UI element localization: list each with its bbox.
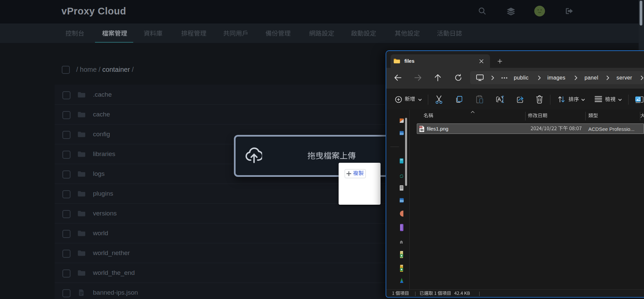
svg-text:PNG: PNG [419,127,422,128]
